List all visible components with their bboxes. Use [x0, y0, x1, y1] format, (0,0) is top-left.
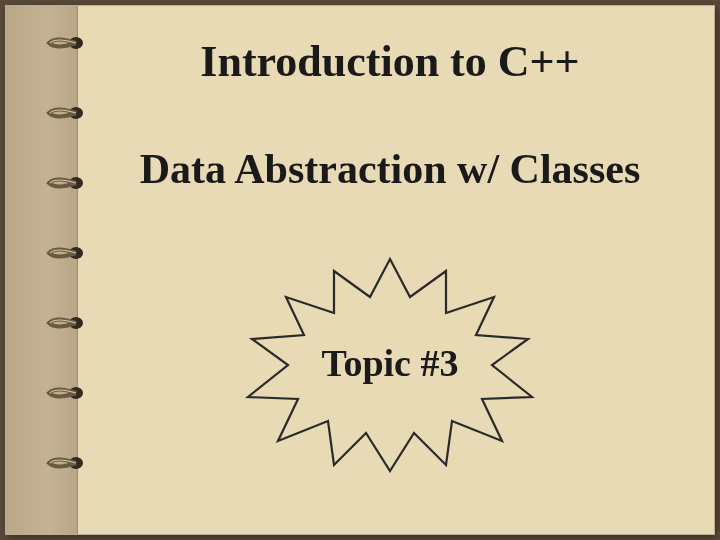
binder-ring-icon — [46, 454, 88, 472]
binder-ring-icon — [46, 244, 88, 262]
spiral-binding — [6, 6, 78, 534]
binder-ring-icon — [46, 384, 88, 402]
topic-label: Topic #3 — [322, 341, 459, 385]
slide: Introduction to C++ Data Abstraction w/ … — [5, 5, 715, 535]
binder-ring-icon — [46, 174, 88, 192]
starburst-callout: Topic #3 — [240, 253, 540, 473]
slide-subtitle: Data Abstraction w/ Classes — [86, 145, 694, 193]
binder-ring-icon — [46, 104, 88, 122]
slide-title: Introduction to C++ — [86, 36, 694, 87]
slide-content: Introduction to C++ Data Abstraction w/ … — [86, 26, 694, 514]
binder-ring-icon — [46, 34, 88, 52]
binder-ring-icon — [46, 314, 88, 332]
